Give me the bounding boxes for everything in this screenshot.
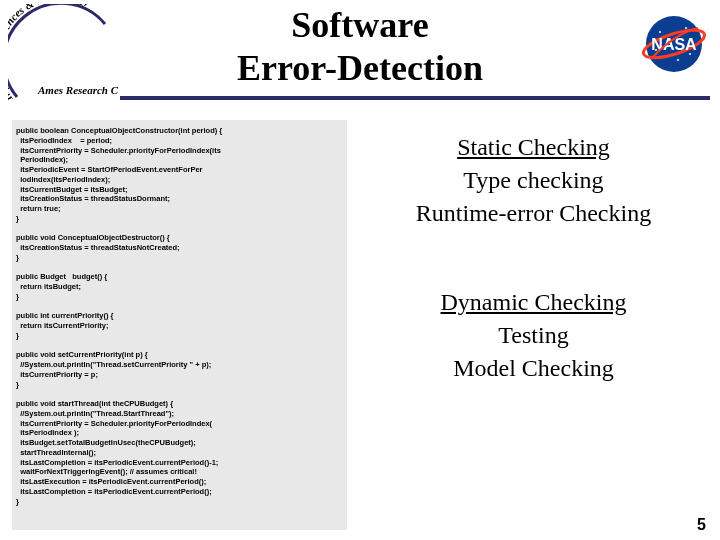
type-checking: Type checking [347, 167, 720, 194]
slide-header: Information Sciences & Technology Ames R… [0, 0, 720, 98]
ames-bottom-text: Ames Research Center [37, 84, 118, 96]
testing: Testing [347, 322, 720, 349]
code-panel: public boolean ConceptualObjectConstruct… [12, 120, 347, 530]
code-block: public boolean ConceptualObjectConstruct… [16, 126, 343, 506]
slide-content: public boolean ConceptualObjectConstruct… [0, 110, 720, 540]
runtime-error-checking: Runtime-error Checking [347, 200, 720, 227]
svg-point-4 [685, 27, 687, 29]
ames-logo: Information Sciences & Technology Ames R… [8, 4, 118, 96]
slide-number: 5 [697, 516, 706, 534]
svg-point-7 [677, 59, 679, 61]
concepts-panel: Static Checking Type checking Runtime-er… [347, 110, 720, 540]
svg-point-5 [689, 53, 691, 55]
nasa-logo: NASA [638, 14, 710, 74]
model-checking: Model Checking [347, 355, 720, 382]
header-divider [120, 96, 710, 100]
dynamic-checking-heading: Dynamic Checking [347, 289, 720, 316]
svg-point-3 [659, 31, 661, 33]
static-checking-heading: Static Checking [347, 134, 720, 161]
